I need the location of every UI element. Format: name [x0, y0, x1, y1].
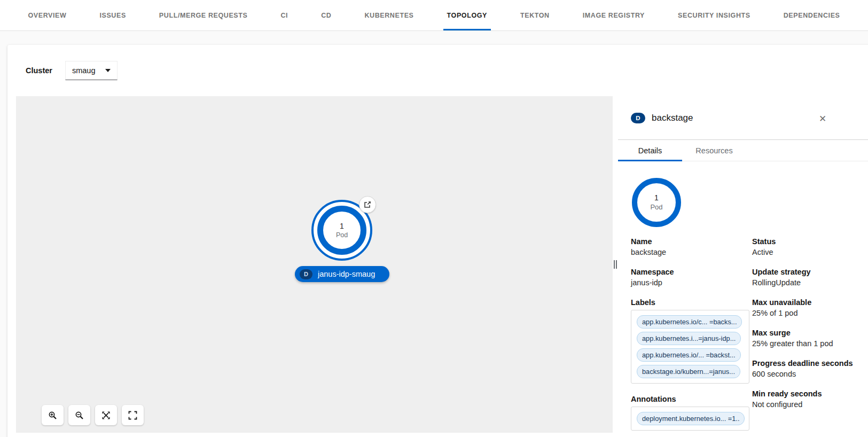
- topology-page: OVERVIEW ISSUES PULL/MERGE REQUESTS CI C…: [0, 0, 868, 437]
- tab-ci[interactable]: CI: [264, 0, 304, 30]
- field-label: Name: [631, 237, 752, 246]
- node-pod-label: Pod: [336, 231, 348, 239]
- canvas-control-bar: [42, 405, 144, 425]
- caret-down-icon: [105, 69, 111, 72]
- zoom-out-button[interactable]: [68, 405, 90, 425]
- zoom-in-icon: [48, 411, 57, 420]
- field-value: Not configured: [752, 400, 863, 409]
- field-label: Max unavailable: [752, 298, 863, 307]
- annotation-chip: deployment.kubernetes.io... =1..: [637, 412, 745, 425]
- tab-cd[interactable]: CD: [304, 0, 348, 30]
- tab-dependencies[interactable]: DEPENDENCIES: [767, 0, 857, 30]
- zoom-in-button[interactable]: [42, 405, 64, 425]
- drag-handle-icon[interactable]: [614, 260, 617, 269]
- cluster-select-value: smaug: [72, 66, 96, 75]
- field-name: Name backstage: [631, 237, 752, 256]
- label-chip: backstage.io/kubern...=janus...: [637, 365, 740, 378]
- tab-overview[interactable]: OVERVIEW: [11, 0, 83, 30]
- zoom-out-icon: [75, 411, 84, 420]
- reset-view-button[interactable]: [122, 405, 144, 425]
- fit-to-screen-icon: [101, 411, 111, 420]
- label-chip: app.kubernetes.io/c... =backs...: [637, 315, 742, 329]
- label-chip: app.kubernetes.i...=janus-idp...: [637, 332, 741, 345]
- field-value: backstage: [631, 248, 752, 256]
- field-min-ready-seconds: Min ready seconds Not configured: [752, 389, 863, 409]
- page-background: Cluster smaug 1 Pod: [0, 31, 868, 437]
- topology-canvas[interactable]: 1 Pod D janus-idp-smaug: [16, 96, 613, 433]
- field-update-strategy: Update strategy RollingUpdate: [752, 268, 863, 287]
- field-label: Annotations: [631, 395, 752, 403]
- field-labels: Labels app.kubernetes.io/c... =backs... …: [631, 298, 752, 384]
- field-max-unavailable: Max unavailable 25% of 1 pod: [752, 298, 863, 317]
- field-value: 25% greater than 1 pod: [752, 339, 863, 348]
- deployment-badge: D: [631, 113, 645, 123]
- field-value: Active: [752, 248, 863, 256]
- annotations-chip-group: deployment.kubernetes.io... =1..: [631, 407, 749, 431]
- open-url-decorator[interactable]: [359, 196, 376, 213]
- field-label: Update strategy: [752, 268, 863, 276]
- node-label-pill[interactable]: D janus-idp-smaug: [295, 266, 389, 282]
- field-max-surge: Max surge 25% greater than 1 pod: [752, 329, 863, 348]
- tab-kubernetes[interactable]: KUBERNETES: [348, 0, 430, 30]
- tab-security-insights[interactable]: SECURITY INSIGHTS: [661, 0, 767, 30]
- field-label: Progress deadline seconds: [752, 359, 863, 368]
- tab-details[interactable]: Details: [618, 140, 682, 161]
- reset-view-icon: [128, 411, 137, 420]
- side-panel-body: 1 Pod Name backstage Namespace: [618, 178, 868, 437]
- field-label: Max surge: [752, 329, 863, 337]
- tab-pull-merge-requests[interactable]: PULL/MERGE REQUESTS: [143, 0, 264, 30]
- field-value: janus-idp: [631, 278, 752, 287]
- external-link-icon: [364, 201, 371, 208]
- field-label: Min ready seconds: [752, 389, 863, 398]
- tab-tekton[interactable]: TEKTON: [504, 0, 566, 30]
- field-annotations: Annotations deployment.kubernetes.io... …: [631, 395, 752, 431]
- side-panel-header: D backstage ✕: [618, 96, 868, 140]
- label-chip: app.kubernetes.io/... =backst...: [637, 348, 741, 362]
- field-progress-deadline: Progress deadline seconds 600 seconds: [752, 359, 863, 378]
- side-panel-tabs: Details Resources: [618, 140, 868, 161]
- pod-label: Pod: [650, 202, 662, 212]
- cluster-toolbar: Cluster smaug: [26, 61, 118, 80]
- labels-chip-group: app.kubernetes.io/c... =backs... app.kub…: [631, 310, 749, 384]
- deployment-node-backstage[interactable]: 1 Pod: [311, 200, 372, 261]
- deployment-badge: D: [300, 269, 312, 279]
- field-label: Namespace: [631, 268, 752, 276]
- pod-donut-chart: 1 Pod: [632, 178, 681, 227]
- pod-count: 1: [654, 193, 659, 202]
- tab-image-registry[interactable]: IMAGE REGISTRY: [566, 0, 661, 30]
- field-namespace: Namespace janus-idp: [631, 268, 752, 287]
- tab-resources[interactable]: Resources: [682, 140, 746, 161]
- tab-topology[interactable]: TOPOLOGY: [431, 0, 504, 30]
- tab-issues[interactable]: ISSUES: [83, 0, 142, 30]
- field-status: Status Active: [752, 237, 863, 256]
- details-grid: Name backstage Namespace janus-idp Label…: [631, 237, 863, 437]
- node-label-text: janus-idp-smaug: [318, 270, 375, 278]
- field-value: 25% of 1 pod: [752, 309, 863, 317]
- cluster-label: Cluster: [26, 66, 52, 75]
- field-label: Labels: [631, 298, 752, 307]
- close-panel-button[interactable]: ✕: [817, 113, 828, 124]
- topology-card: Cluster smaug 1 Pod: [7, 45, 868, 437]
- field-label: Status: [752, 237, 863, 246]
- node-pod-count: 1: [340, 222, 344, 231]
- side-panel: D backstage ✕ Details Resources: [618, 96, 868, 437]
- field-value: RollingUpdate: [752, 278, 863, 287]
- cluster-select[interactable]: smaug: [65, 61, 118, 80]
- field-value: 600 seconds: [752, 370, 863, 378]
- resource-title[interactable]: backstage: [652, 113, 693, 123]
- fit-to-screen-button[interactable]: [95, 405, 117, 425]
- entity-tab-bar: OVERVIEW ISSUES PULL/MERGE REQUESTS CI C…: [0, 0, 868, 31]
